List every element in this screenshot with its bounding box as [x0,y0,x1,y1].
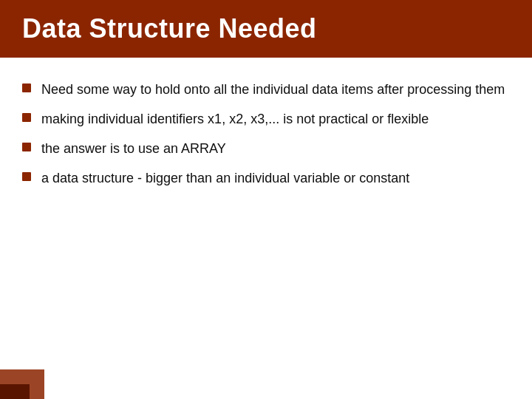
bullet-list: Need some way to hold onto all the indiv… [22,80,510,188]
bullet-marker [22,143,31,151]
content-area: Need some way to hold onto all the indiv… [0,72,532,213]
slide-title: Data Structure Needed [22,13,317,44]
list-item: the answer is to use an ARRAY [22,139,510,158]
slide: Data Structure Needed Need some way to h… [0,0,532,399]
list-item: making individual identifiers x1, x2, x3… [22,109,510,129]
title-bar: Data Structure Needed [0,0,532,58]
bullet-marker [22,83,31,92]
bullet-marker [22,172,31,181]
bullet-marker [22,113,31,122]
bullet-text: Need some way to hold onto all the indiv… [41,80,510,99]
list-item: Need some way to hold onto all the indiv… [22,80,510,99]
bottom-decoration-2 [0,384,30,399]
bullet-text: the answer is to use an ARRAY [41,139,510,158]
list-item: a data structure - bigger than an indivi… [22,168,510,188]
bullet-text: making individual identifiers x1, x2, x3… [41,109,510,129]
bullet-text: a data structure - bigger than an indivi… [41,168,510,188]
